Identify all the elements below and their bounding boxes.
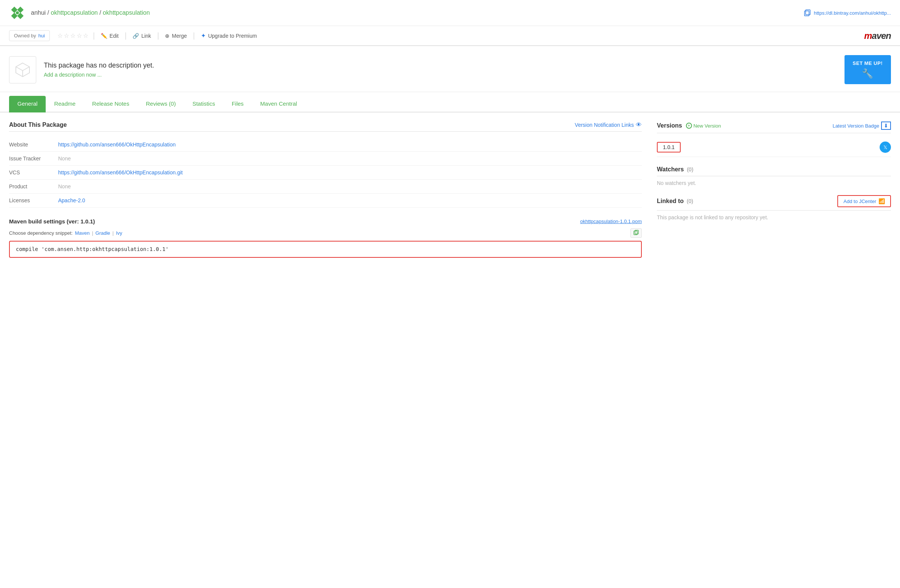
tab-reviews[interactable]: Reviews (0) (137, 96, 184, 112)
twitter-share-button[interactable]: 𝕏 (880, 141, 891, 153)
product-row: Product None (9, 180, 642, 194)
upgrade-button[interactable]: ✦ Upgrade to Premium (196, 30, 262, 42)
twitter-icon: 𝕏 (883, 144, 887, 150)
owned-by-label: Owned by (14, 33, 36, 39)
merge-label: Merge (172, 33, 187, 39)
dep-snippet-row: Choose dependency snippet: Maven | Gradl… (9, 228, 642, 238)
website-label: Website (9, 141, 51, 147)
upgrade-label: Upgrade to Premium (208, 33, 257, 39)
sep2: | (124, 31, 126, 40)
latest-badge-button[interactable]: Latest Version Badge ⬇ (832, 121, 891, 130)
licenses-value[interactable]: Apache-2.0 (58, 197, 85, 203)
product-label: Product (9, 183, 51, 189)
ivy-snippet-link[interactable]: Ivy (116, 230, 122, 236)
watchers-section: Watchers (0) No watchers yet. (657, 166, 891, 186)
set-me-up-button[interactable]: SET ME UP! 🔧 (844, 55, 891, 84)
maven-snippet-link[interactable]: Maven (75, 230, 90, 236)
copy-snippet-button[interactable] (630, 228, 642, 238)
star-rating[interactable]: ☆ ☆ ☆ ☆ ☆ (57, 32, 88, 39)
logo (9, 5, 26, 21)
version-tag[interactable]: 1.0.1 (657, 142, 681, 152)
maven-build-section: Maven build settings (ver: 1.0.1) okhttp… (9, 218, 642, 258)
latest-badge-label: Latest Version Badge (832, 123, 879, 129)
snippet-label: Choose dependency snippet: (9, 230, 73, 236)
link-button[interactable]: 🔗 Link (127, 31, 156, 41)
sep3: | (157, 31, 159, 40)
owner-link[interactable]: hui (39, 33, 45, 39)
tab-release-notes[interactable]: Release Notes (84, 96, 137, 112)
licenses-row: Licenses Apache-2.0 (9, 194, 642, 208)
add-jcenter-button[interactable]: Add to JCenter 📶 (837, 195, 891, 207)
edit-button[interactable]: ✏️ Edit (96, 31, 124, 41)
versions-header: Versions + New Version Latest Version Ba… (657, 121, 891, 133)
svg-line-9 (23, 67, 29, 71)
linked-count: (0) (687, 198, 693, 204)
edit-label: Edit (110, 33, 118, 39)
repo-url[interactable]: https://dl.bintray.com/anhui/okhttp... (803, 9, 891, 17)
svg-rect-5 (804, 11, 809, 16)
licenses-label: Licenses (9, 197, 51, 203)
url-text: https://dl.bintray.com/anhui/okhttp... (814, 10, 891, 16)
left-column: About This Package Version Notification … (9, 121, 642, 258)
maven-build-header: Maven build settings (ver: 1.0.1) okhttp… (9, 218, 642, 225)
tab-files[interactable]: Files (223, 96, 252, 112)
top-header: anhui / okhttpcapsulation / okhttpcapsul… (0, 0, 900, 26)
merge-button[interactable]: ⊕ Merge (160, 31, 192, 41)
tab-statistics[interactable]: Statistics (184, 96, 223, 112)
gradle-snippet-link[interactable]: Gradle (96, 230, 110, 236)
code-content: compile 'com.ansen.http:okhttpcapsulatio… (16, 246, 169, 252)
issue-tracker-value: None (58, 155, 71, 161)
wrench-icon: 🔧 (862, 68, 874, 79)
linked-section: Linked to (0) Add to JCenter 📶 This pack… (657, 195, 891, 220)
tab-readme[interactable]: Readme (46, 96, 84, 112)
version-number: 1.0.1 (663, 144, 675, 150)
about-section-header: About This Package Version Notification … (9, 121, 642, 132)
vcs-row: VCS https://github.com/ansen666/OkHttpEn… (9, 166, 642, 180)
main-content: About This Package Version Notification … (0, 112, 900, 267)
tab-maven-central[interactable]: Maven Central (252, 96, 306, 112)
watchers-count: (0) (687, 166, 693, 172)
svg-rect-6 (805, 10, 810, 15)
eye-icon: 👁 (636, 121, 642, 128)
maven-logo-area: maven (864, 31, 891, 41)
link-label: Link (141, 33, 151, 39)
website-value[interactable]: https://github.com/ansen666/OkHttpEncaps… (58, 141, 175, 147)
versions-left: Versions + New Version (657, 122, 721, 129)
maven-build-title: Maven build settings (ver: 1.0.1) (9, 218, 95, 225)
linked-title-wrap: Linked to (0) (657, 198, 693, 205)
no-watchers-text: No watchers yet. (657, 178, 696, 188)
vcs-label: VCS (9, 169, 51, 175)
new-version-button[interactable]: + New Version (686, 123, 721, 129)
download-icon: ⬇ (881, 121, 891, 130)
package-description: This package has no description yet. (44, 62, 837, 70)
add-description-link[interactable]: Add a description now ... (44, 72, 102, 78)
premium-icon: ✦ (201, 32, 206, 39)
tab-general[interactable]: General (9, 96, 46, 112)
package-info: This package has no description yet. Add… (0, 46, 900, 92)
edit-icon: ✏️ (101, 33, 107, 39)
product-value: None (58, 183, 71, 189)
wifi-icon: 📶 (878, 198, 885, 204)
watchers-title: Watchers (657, 166, 684, 173)
linked-title: Linked to (657, 198, 684, 205)
version-notification-link[interactable]: Version Notification Links 👁 (575, 121, 642, 128)
merge-icon: ⊕ (165, 33, 169, 39)
owned-by-section: Owned by hui (9, 30, 50, 41)
maven-logo: maven (864, 31, 891, 41)
copy-icon (803, 9, 811, 17)
vcs-value[interactable]: https://github.com/ansen666/OkHttpEncaps… (58, 169, 183, 175)
link-icon: 🔗 (132, 33, 139, 39)
set-me-up-label: SET ME UP! (853, 61, 883, 66)
watchers-header: Watchers (0) (657, 166, 891, 176)
svg-line-8 (16, 67, 23, 71)
about-title: About This Package (9, 121, 67, 128)
notification-label: Version Notification Links (575, 122, 634, 128)
plus-circle-icon: + (686, 123, 692, 129)
add-jcenter-label: Add to JCenter (843, 199, 876, 204)
code-block: compile 'com.ansen.http:okhttpcapsulatio… (9, 241, 642, 258)
issue-tracker-row: Issue Tracker None (9, 152, 642, 166)
linked-header: Linked to (0) Add to JCenter 📶 (657, 195, 891, 211)
toolbar: Owned by hui ☆ ☆ ☆ ☆ ☆ | ✏️ Edit | 🔗 Lin… (0, 26, 900, 46)
maven-build-file[interactable]: okhttpcapsulation-1.0.1.pom (580, 219, 642, 224)
version-item: 1.0.1 𝕏 (657, 138, 891, 157)
